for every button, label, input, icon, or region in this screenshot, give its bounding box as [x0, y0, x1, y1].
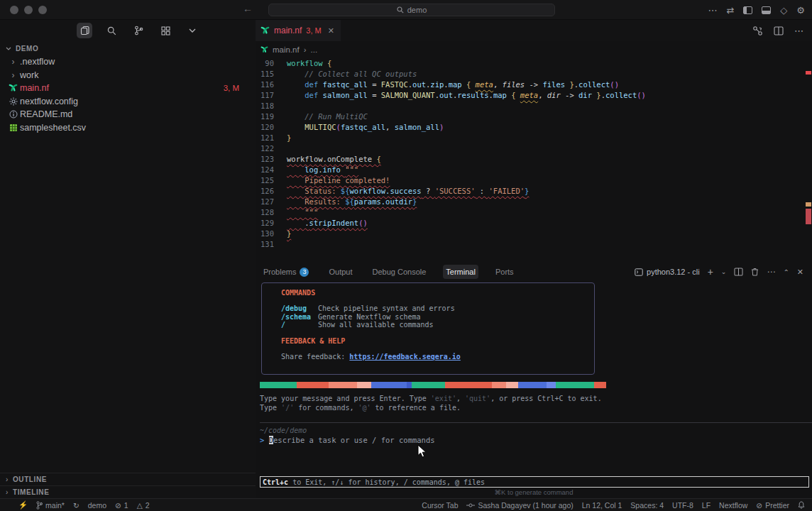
assistant-help-box[interactable]: COMMANDS /debugCheck pipeline syntax and…	[261, 282, 595, 375]
more-icon[interactable]: ⋯	[708, 5, 717, 16]
chevron-down-icon[interactable]: ⌄	[721, 268, 727, 275]
panel-tab-terminal[interactable]: Terminal	[443, 265, 478, 279]
nextflow-logo-icon	[6, 84, 20, 93]
status-utf-8[interactable]: UTF-8	[672, 501, 693, 510]
code-text: def salmon_all = SALMON_QUANT.out.result…	[287, 90, 646, 101]
code-line-127[interactable]: 127 Results: ${params.outdir}	[256, 197, 812, 207]
close-tab-icon[interactable]: ✕	[328, 26, 334, 35]
code-line-128[interactable]: 128 """	[256, 207, 812, 218]
breadcrumb-symbol[interactable]: ...	[311, 45, 318, 54]
explorer-item-main-nf[interactable]: main.nf3, M	[0, 82, 256, 95]
explorer-icon[interactable]	[77, 23, 92, 38]
code-line-118[interactable]: 118	[256, 101, 812, 111]
code-editor[interactable]: 90workflow {115 // Collect all QC output…	[256, 58, 812, 263]
panel-tabs: Problems3OutputDebug ConsoleTerminalPort…	[260, 265, 517, 279]
code-line-131[interactable]: 131	[256, 239, 812, 250]
status-spaces-4[interactable]: Spaces: 4	[630, 501, 664, 510]
extensions-icon[interactable]	[158, 23, 173, 38]
code-line-119[interactable]: 119 // Run MultiQC	[256, 111, 812, 122]
terminal-cwd: ~/code/demo	[260, 427, 307, 434]
breadcrumb[interactable]: main.nf › ...	[256, 41, 812, 58]
explorer-item-nextflow-config[interactable]: nextflow.config	[0, 95, 256, 109]
status-ln-12-col-1[interactable]: Ln 12, Col 1	[582, 501, 622, 510]
line-number: 128	[256, 207, 274, 218]
code-text: MULTIQC(fastqc_all, salmon_all)	[287, 122, 444, 133]
explorer-item-work[interactable]: ›work	[0, 69, 256, 82]
feedback-link[interactable]: https://feedback.seqera.io	[349, 353, 461, 361]
status-warning[interactable]: △2	[137, 501, 150, 510]
breadcrumb-file[interactable]: main.nf	[273, 45, 300, 54]
code-line-117[interactable]: 117 def salmon_all = SALMON_QUANT.out.re…	[256, 90, 812, 101]
panel-tab-output[interactable]: Output	[326, 265, 355, 279]
more-actions-icon[interactable]: ⋯	[767, 267, 775, 277]
status-error[interactable]: ⊘1	[115, 501, 128, 510]
layout-panel-icon[interactable]	[762, 6, 771, 14]
file-name: main.nf	[20, 83, 49, 93]
code-line-122[interactable]: 122	[256, 143, 812, 154]
settings-gear-icon[interactable]: ⚙	[796, 5, 805, 16]
panel-tab-problems[interactable]: Problems3	[260, 265, 312, 279]
tab-main-nf[interactable]: main.nf 3, M ✕	[256, 20, 341, 41]
explorer-item--nextflow[interactable]: ›.nextflow	[0, 55, 256, 69]
code-line-123[interactable]: 123workflow.onComplete {	[256, 154, 812, 165]
line-number: 118	[256, 101, 274, 111]
code-line-126[interactable]: 126 Status: ${workflow.success ? 'SUCCES…	[256, 186, 812, 197]
panel-tab-debug-console[interactable]: Debug Console	[370, 265, 429, 279]
split-terminal-icon[interactable]	[734, 268, 743, 276]
cube-icon[interactable]: ◇	[780, 5, 787, 16]
titlebar-actions: ⋯⇄◇⚙	[708, 0, 805, 20]
command-row: /debugCheck pipeline syntax and errors	[281, 304, 594, 313]
keybinding-help-bar: Ctrl+c to Exit, ↑/↓ for history, / comma…	[260, 476, 809, 488]
status-prettier[interactable]: ⊘Prettier	[756, 501, 789, 510]
line-number: 121	[256, 133, 274, 143]
search-icon[interactable]	[104, 23, 119, 38]
code-line-121[interactable]: 121}	[256, 133, 812, 143]
pipeline-graph-icon[interactable]	[752, 26, 763, 36]
terminal-prompt[interactable]: > Describe a task or use / for commands	[260, 436, 435, 444]
timeline-section[interactable]: › TIMELINE	[0, 485, 256, 498]
code-line-125[interactable]: 125 Pipeline completed!	[256, 175, 812, 186]
status-lf[interactable]: LF	[702, 501, 710, 510]
code-line-129[interactable]: 129 .stripIndent()	[256, 218, 812, 229]
zoom-window-button[interactable]	[38, 6, 47, 14]
problems-count-badge: 3	[300, 268, 309, 277]
line-number: 119	[256, 111, 274, 122]
code-line-124[interactable]: 124 log.info """	[256, 165, 812, 175]
kill-terminal-trash-icon[interactable]	[751, 268, 759, 276]
command-center-search[interactable]: demo	[268, 4, 555, 16]
outline-section[interactable]: › OUTLINE	[0, 473, 256, 485]
code-line-120[interactable]: 120 MULTIQC(fastqc_all, salmon_all)	[256, 122, 812, 133]
layout-sidebar-icon[interactable]	[743, 6, 752, 14]
source-control-icon[interactable]	[131, 23, 146, 38]
swap-icon[interactable]: ⇄	[726, 5, 734, 16]
code-line-115[interactable]: 115 // Collect all QC outputs	[256, 69, 812, 79]
chevron-down-icon[interactable]	[185, 23, 200, 38]
line-number: 127	[256, 197, 274, 207]
close-panel-icon[interactable]: ✕	[797, 268, 803, 277]
status-remote[interactable]: ⚡	[18, 500, 28, 510]
code-line-90[interactable]: 90workflow {	[256, 58, 812, 69]
active-terminal-label[interactable]: python3.12 - cli	[635, 268, 700, 276]
status-bell[interactable]	[798, 501, 805, 509]
code-line-130[interactable]: 130}	[256, 229, 812, 239]
maximize-panel-icon[interactable]: ⌃	[783, 268, 789, 276]
panel-tab-ports[interactable]: Ports	[493, 265, 517, 279]
more-actions-icon[interactable]: ⋯	[794, 26, 803, 36]
status-nextflow[interactable]: Nextflow	[719, 501, 747, 510]
status-demo[interactable]: demo	[88, 501, 106, 510]
navigate-back-icon[interactable]: ←	[243, 3, 253, 14]
minimize-window-button[interactable]	[24, 6, 33, 14]
code-line-116[interactable]: 116 def fastqc_all = FASTQC.out.zip.map …	[256, 79, 812, 90]
line-number: 123	[256, 154, 274, 165]
status-git-commit[interactable]: Sasha Dagayev (1 hour ago)	[466, 501, 573, 510]
close-window-button[interactable]	[10, 6, 18, 14]
new-terminal-icon[interactable]: +	[708, 266, 713, 278]
split-editor-icon[interactable]	[774, 26, 784, 35]
status-cursor-tab[interactable]: Cursor Tab	[422, 501, 458, 510]
status-git-branch[interactable]: main*	[36, 501, 65, 510]
info-icon	[6, 110, 20, 119]
explorer-section-header[interactable]: DEMO	[0, 41, 256, 55]
status-sync[interactable]: ↻	[73, 501, 79, 510]
explorer-item-README-md[interactable]: README.md	[0, 108, 256, 121]
explorer-item-samplesheet-csv[interactable]: samplesheet.csv	[0, 121, 256, 135]
